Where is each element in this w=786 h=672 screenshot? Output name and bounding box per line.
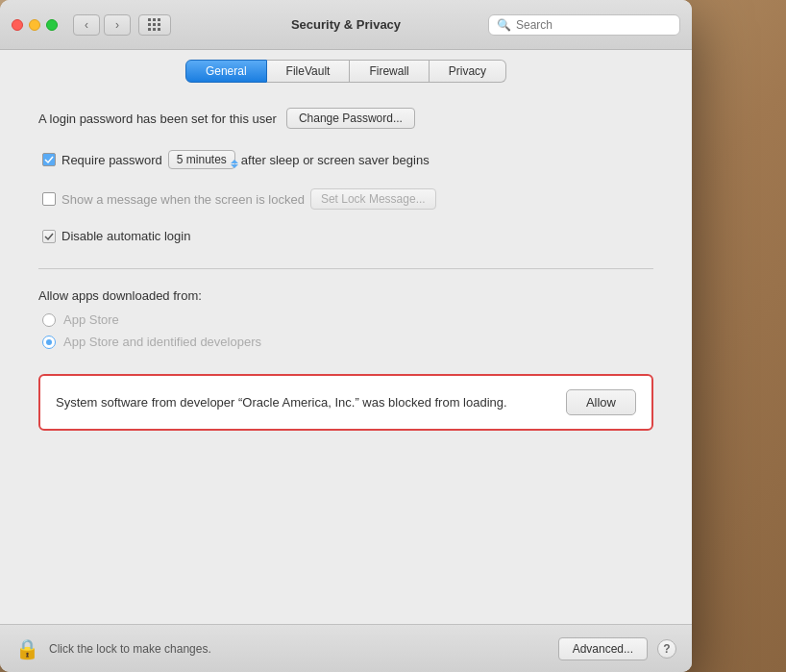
change-password-button[interactable]: Change Password... bbox=[286, 108, 415, 129]
login-password-text: A login password has been set for this u… bbox=[38, 112, 277, 126]
blocked-software-section: System software from developer “Oracle A… bbox=[38, 374, 653, 431]
show-message-checkbox[interactable] bbox=[42, 192, 56, 206]
allow-button[interactable]: Allow bbox=[566, 389, 636, 415]
allow-apps-label: Allow apps downloaded from: bbox=[38, 288, 653, 303]
checkmark-icon bbox=[44, 155, 54, 164]
search-icon: 🔍 bbox=[497, 18, 511, 32]
advanced-button[interactable]: Advanced... bbox=[558, 637, 648, 660]
radio-app-store[interactable] bbox=[42, 313, 56, 327]
radio-app-store-row: App Store bbox=[42, 312, 653, 327]
radio-app-store-label: App Store bbox=[63, 312, 119, 327]
require-password-label: Require password bbox=[61, 153, 162, 167]
set-lock-message-button[interactable]: Set Lock Message... bbox=[310, 188, 436, 210]
forward-icon: › bbox=[115, 18, 119, 32]
blocked-software-text: System software from developer “Oracle A… bbox=[56, 393, 554, 412]
search-input[interactable] bbox=[516, 18, 672, 32]
lock-icon[interactable]: 🔒 bbox=[15, 637, 39, 660]
titlebar: ‹ › Security & Privacy 🔍 bbox=[0, 0, 692, 50]
window-title: Security & Privacy bbox=[291, 17, 401, 32]
footer-text: Click the lock to make changes. bbox=[49, 642, 549, 656]
tab-filevault[interactable]: FileVault bbox=[267, 60, 351, 83]
tab-firewall[interactable]: Firewall bbox=[350, 60, 429, 83]
radio-app-store-identified-label: App Store and identified developers bbox=[63, 335, 261, 349]
allow-apps-section: Allow apps downloaded from: App Store Ap… bbox=[38, 288, 653, 357]
show-message-row: Show a message when the screen is locked… bbox=[42, 188, 653, 210]
tab-bar: General FileVault Firewall Privacy bbox=[0, 50, 692, 92]
back-button[interactable]: ‹ bbox=[73, 14, 100, 36]
tab-general[interactable]: General bbox=[185, 60, 267, 83]
tab-privacy[interactable]: Privacy bbox=[430, 60, 506, 83]
search-bar[interactable]: 🔍 bbox=[488, 14, 680, 36]
radio-app-store-identified-row: App Store and identified developers bbox=[42, 335, 653, 349]
disable-auto-login-label: Disable automatic login bbox=[61, 229, 190, 243]
grid-view-button[interactable] bbox=[138, 14, 171, 36]
require-password-dropdown[interactable]: 5 minutes bbox=[168, 150, 235, 169]
minimize-button[interactable] bbox=[29, 19, 40, 31]
nav-buttons: ‹ › bbox=[73, 14, 131, 36]
require-password-suffix: after sleep or screen saver begins bbox=[241, 153, 430, 167]
back-icon: ‹ bbox=[85, 18, 88, 32]
footer: 🔒 Click the lock to make changes. Advanc… bbox=[0, 624, 692, 672]
close-button[interactable] bbox=[12, 19, 23, 31]
content-area: A login password has been set for this u… bbox=[0, 92, 692, 624]
help-button[interactable]: ? bbox=[657, 639, 676, 659]
system-preferences-window: ‹ › Security & Privacy 🔍 General FileVau… bbox=[0, 0, 692, 672]
require-password-row: Require password 5 minutes after sleep o… bbox=[42, 150, 653, 169]
forward-button[interactable]: › bbox=[104, 14, 131, 36]
require-password-checkbox[interactable] bbox=[42, 153, 56, 166]
divider-1 bbox=[38, 268, 653, 269]
radio-app-store-identified[interactable] bbox=[42, 336, 56, 349]
login-password-section: A login password has been set for this u… bbox=[38, 108, 653, 129]
grid-icon bbox=[148, 18, 161, 32]
checkmark-small-icon bbox=[44, 232, 54, 241]
disable-auto-login-row: Disable automatic login bbox=[42, 229, 653, 243]
disable-auto-login-checkbox[interactable] bbox=[42, 230, 56, 243]
show-message-label: Show a message when the screen is locked bbox=[61, 192, 305, 207]
traffic-lights bbox=[12, 19, 58, 31]
maximize-button[interactable] bbox=[46, 19, 58, 31]
